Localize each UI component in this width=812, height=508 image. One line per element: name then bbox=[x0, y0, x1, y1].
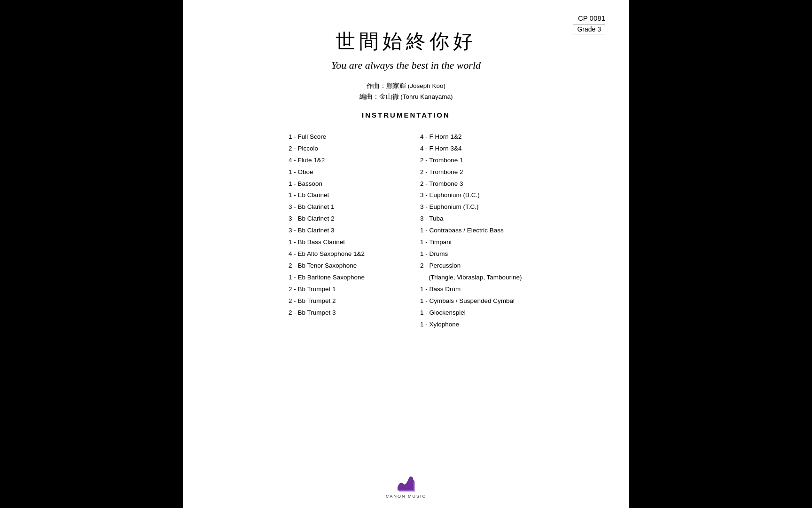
composer-credit: 作曲：顧家輝 (Joseph Koo) bbox=[359, 81, 453, 92]
list-item: 1 - Eb Baritone Saxophone bbox=[289, 273, 392, 283]
grade-badge: Grade 3 bbox=[573, 24, 605, 34]
list-item: 2 - Bb Trumpet 2 bbox=[289, 296, 392, 306]
arranger-credit: 編曲：金山徹 (Tohru Kanayama) bbox=[359, 92, 453, 103]
list-item: 3 - Euphonium (B.C.) bbox=[420, 190, 523, 200]
logo-text: CANON MUSIC bbox=[386, 494, 426, 499]
page: CP 0081 Grade 3 世間始終你好 You are always th… bbox=[183, 0, 629, 508]
list-item: 2 - Bb Trumpet 1 bbox=[289, 285, 392, 294]
left-instruments-column: 1 - Full Score2 - Piccolo4 - Flute 1&21 … bbox=[289, 132, 392, 330]
list-item: 4 - Flute 1&2 bbox=[289, 156, 392, 166]
instrumentation-heading: INSTRUMENTATION bbox=[362, 111, 450, 119]
catalog-info: CP 0081 Grade 3 bbox=[573, 14, 605, 34]
list-item: 4 - Eb Alto Saxophone 1&2 bbox=[289, 249, 392, 259]
list-item: 3 - Euphonium (T.C.) bbox=[420, 202, 523, 212]
list-item: 1 - Xylophone bbox=[420, 320, 523, 330]
list-item: 3 - Tuba bbox=[420, 214, 523, 224]
list-item: 1 - Bb Bass Clarinet bbox=[289, 238, 392, 247]
logo-area: CANON MUSIC bbox=[386, 471, 426, 499]
list-item: (Triangle, Vibraslap, Tambourine) bbox=[420, 273, 523, 283]
list-item: 3 - Bb Clarinet 3 bbox=[289, 226, 392, 236]
list-item: 2 - Trombone 1 bbox=[420, 156, 523, 166]
left-margin bbox=[0, 0, 183, 508]
english-title: You are always the best in the world bbox=[331, 59, 481, 71]
list-item: 3 - Bb Clarinet 2 bbox=[289, 214, 392, 224]
list-item: 2 - Trombone 3 bbox=[420, 179, 523, 189]
list-item: 4 - F Horn 3&4 bbox=[420, 144, 523, 154]
list-item: 1 - Glockenspiel bbox=[420, 308, 523, 318]
list-item: 1 - Drums bbox=[420, 249, 523, 259]
list-item: 1 - Timpani bbox=[420, 238, 523, 247]
list-item: 2 - Bb Trumpet 3 bbox=[289, 308, 392, 318]
catalog-number: CP 0081 bbox=[573, 14, 605, 22]
list-item: 2 - Piccolo bbox=[289, 144, 392, 154]
chinese-title: 世間始終你好 bbox=[336, 28, 476, 55]
list-item: 2 - Bb Tenor Saxophone bbox=[289, 261, 392, 271]
right-margin bbox=[629, 0, 812, 508]
credits: 作曲：顧家輝 (Joseph Koo) 編曲：金山徹 (Tohru Kanaya… bbox=[359, 81, 453, 103]
list-item: 1 - Eb Clarinet bbox=[289, 190, 392, 200]
list-item: 4 - F Horn 1&2 bbox=[420, 132, 523, 142]
list-item: 3 - Bb Clarinet 1 bbox=[289, 202, 392, 212]
canon-music-logo bbox=[395, 471, 416, 492]
right-instruments-column: 4 - F Horn 1&24 - F Horn 3&42 - Trombone… bbox=[420, 132, 523, 330]
list-item: 1 - Full Score bbox=[289, 132, 392, 142]
list-item: 2 - Trombone 2 bbox=[420, 167, 523, 177]
list-item: 1 - Cymbals / Suspended Cymbal bbox=[420, 296, 523, 306]
list-item: 1 - Oboe bbox=[289, 167, 392, 177]
list-item: 1 - Bassoon bbox=[289, 179, 392, 189]
list-item: 2 - Percussion bbox=[420, 261, 523, 271]
list-item: 1 - Contrabass / Electric Bass bbox=[420, 226, 523, 236]
instruments-container: 1 - Full Score2 - Piccolo4 - Flute 1&21 … bbox=[207, 132, 605, 330]
list-item: 1 - Bass Drum bbox=[420, 285, 523, 294]
